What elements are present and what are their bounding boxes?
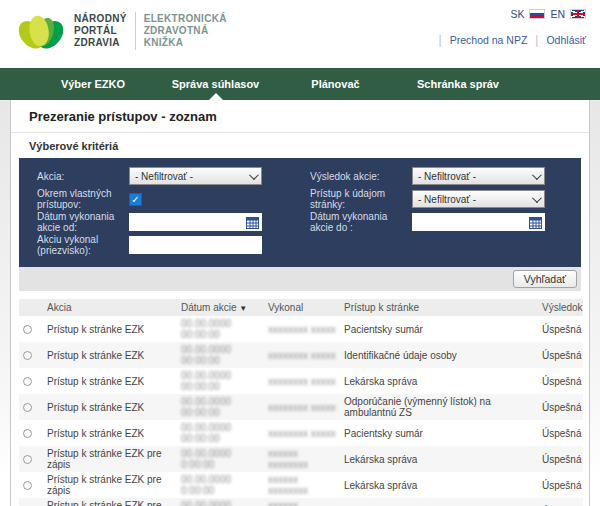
criteria-title: Výberové kritériá [11, 133, 589, 158]
row-radio-cell [19, 498, 43, 506]
table-cell: Odporúčanie (výmenný lístok) na ambulant… [340, 394, 538, 420]
language-switcher: SK EN [510, 8, 586, 20]
col-vykonal[interactable]: Vykonal [264, 299, 340, 316]
nav-tab-v-ber-ezko[interactable]: Výber EZKO [38, 68, 148, 100]
okrem-vlastnych-checkbox[interactable]: ✓ [129, 193, 142, 206]
datum-do-label: Dátum vykonania akcie do : [300, 211, 412, 233]
row-radio[interactable] [23, 481, 32, 490]
calendar-icon[interactable] [529, 216, 542, 229]
okrem-vlastnych-label: Okrem vlastných prístupov: [29, 188, 129, 210]
table-header-row: Akcia Dátum akcie ▼ Vykonal Prístup k st… [19, 299, 583, 316]
nav-tab-schr-nka-spr-v[interactable]: Schránka správ [388, 68, 528, 100]
pristup-udajom-label: Prístup k údajom stránky: [300, 188, 412, 210]
header-links: | Prechod na NPZ | Odhlásiť [431, 33, 586, 47]
datum-do-input[interactable] [412, 213, 545, 231]
table-cell: Úspešná [538, 498, 583, 506]
row-radio-cell [19, 394, 43, 420]
chevron-down-icon [249, 170, 259, 180]
col-datum-akcie[interactable]: Dátum akcie ▼ [177, 299, 264, 316]
table-cell: Úspešná [538, 394, 583, 420]
table-cell: Úspešná [538, 316, 583, 342]
table-cell: Lekárska správa [340, 446, 538, 472]
row-radio[interactable] [23, 325, 32, 334]
nav-tab-spr-va-s-hlasov[interactable]: Správa súhlasov [148, 68, 283, 100]
page-title: Prezeranie prístupov - zoznam [11, 100, 589, 133]
main-nav: Výber EZKOSpráva súhlasovPlánovačSchránk… [0, 68, 600, 100]
calendar-icon[interactable] [246, 216, 259, 229]
redacted-cell: 00.00.0000 0:00:00 [177, 472, 264, 498]
table-cell: Úspešná [538, 368, 583, 394]
row-radio[interactable] [23, 429, 32, 438]
table-cell: Identifikačné údaje osoby [340, 342, 538, 368]
link-separator: | [439, 33, 442, 47]
col-pristup[interactable]: Prístup k stránke [340, 299, 538, 316]
link-separator: | [535, 33, 538, 47]
table-cell: Pacientsky sumár [340, 420, 538, 446]
row-radio-cell [19, 316, 43, 342]
chevron-down-icon [532, 193, 542, 203]
row-radio[interactable] [23, 403, 32, 412]
table-cell: Prístup k stránke EZK [43, 368, 177, 394]
table-cell: Úspešná [538, 420, 583, 446]
search-button[interactable]: Vyhľadať [513, 270, 577, 288]
redacted-cell: xxxxxxxx xxxxx [264, 342, 340, 368]
akcia-select[interactable]: - Nefiltrovať - [129, 167, 262, 185]
table-row[interactable]: Prístup k stránke EZK pre zápis00.00.000… [19, 472, 583, 498]
nav-tab-pl-nova-[interactable]: Plánovač [283, 68, 388, 100]
redacted-cell: 00.00.0000 0:00:00 [177, 446, 264, 472]
table-cell: Prístup k stránke EZK [43, 420, 177, 446]
table-cell: Lekárska správa [340, 498, 538, 506]
row-radio[interactable] [23, 377, 32, 386]
slovak-flag-icon[interactable] [529, 9, 545, 19]
row-radio[interactable] [23, 351, 32, 360]
lang-en-label[interactable]: EN [550, 8, 565, 20]
top-header: NÁRODNÝ PORTÁL ZDRAVIA ELEKTRONICKÁ ZDRA… [0, 0, 600, 68]
col-akcia[interactable]: Akcia [43, 299, 177, 316]
access-table: Akcia Dátum akcie ▼ Vykonal Prístup k st… [19, 299, 583, 506]
akciu-vykonal-label: Akciu vykonal (priezvisko): [29, 234, 129, 256]
redacted-cell: xxxxxx xxxxxxxx [264, 472, 340, 498]
redacted-cell: xxxxxxxx xxxxx [264, 368, 340, 394]
chevron-down-icon [532, 170, 542, 180]
english-flag-icon[interactable] [570, 9, 586, 19]
prechod-na-npz-link[interactable]: Prechod na NPZ [450, 34, 528, 46]
table-cell: Úspešná [538, 446, 583, 472]
row-radio-cell [19, 420, 43, 446]
table-row[interactable]: Prístup k stránke EZK pre zápis00.00.000… [19, 446, 583, 472]
redacted-cell: xxxxxxxx xxxxx [264, 316, 340, 342]
table-cell: Prístup k stránke EZK pre zápis [43, 446, 177, 472]
table-row[interactable]: Prístup k stránke EZK00.00.0000 00:00:00… [19, 420, 583, 446]
filter-panel: Akcia: - Nefiltrovať - Okrem vlastných p… [19, 158, 581, 267]
vysledok-select[interactable]: - Nefiltrovať - [412, 167, 545, 185]
table-row[interactable]: Prístup k stránke EZK00.00.0000 00:00:00… [19, 342, 583, 368]
redacted-cell: xxxxxxxx xxxxx [264, 420, 340, 446]
datum-od-input[interactable] [129, 213, 262, 231]
akciu-vykonal-input[interactable] [129, 236, 262, 254]
search-strip: Vyhľadať [19, 267, 581, 291]
npz-logo: NÁRODNÝ PORTÁL ZDRAVIA ELEKTRONICKÁ ZDRA… [14, 7, 227, 55]
table-row[interactable]: Prístup k stránke EZK00.00.0000 00:00:00… [19, 394, 583, 420]
row-radio-cell [19, 472, 43, 498]
table-row[interactable]: Prístup k stránke EZK pre zápis00.00.000… [19, 498, 583, 506]
logout-link[interactable]: Odhlásiť [546, 34, 586, 46]
row-radio-cell [19, 342, 43, 368]
redacted-cell: 00.00.0000 0:00:00 [177, 498, 264, 506]
redacted-cell: 00.00.0000 00:00:00 [177, 420, 264, 446]
table-cell: Prístup k stránke EZK pre zápis [43, 498, 177, 506]
lang-sk-label[interactable]: SK [510, 8, 524, 20]
redacted-cell: 00.00.0000 00:00:00 [177, 368, 264, 394]
table-cell: Lekárska správa [340, 368, 538, 394]
pristup-udajom-select[interactable]: - Nefiltrovať - [412, 190, 545, 208]
table-row[interactable]: Prístup k stránke EZK00.00.0000 00:00:00… [19, 316, 583, 342]
filter-column-left: Akcia: - Nefiltrovať - Okrem vlastných p… [29, 167, 300, 259]
datum-od-label: Dátum vykonania akcie od: [29, 211, 129, 233]
redacted-cell: xxxxxxxx xxxxx [264, 394, 340, 420]
table-cell: Prístup k stránke EZK [43, 394, 177, 420]
row-radio[interactable] [23, 455, 32, 464]
redacted-cell: 00.00.0000 00:00:00 [177, 342, 264, 368]
col-vysledok[interactable]: Výsledok [538, 299, 583, 316]
sort-desc-icon: ▼ [239, 304, 247, 313]
table-body: Prístup k stránke EZK00.00.0000 00:00:00… [19, 316, 583, 506]
redacted-cell: 00.00.0000 00:00:00 [177, 316, 264, 342]
table-row[interactable]: Prístup k stránke EZK00.00.0000 00:00:00… [19, 368, 583, 394]
